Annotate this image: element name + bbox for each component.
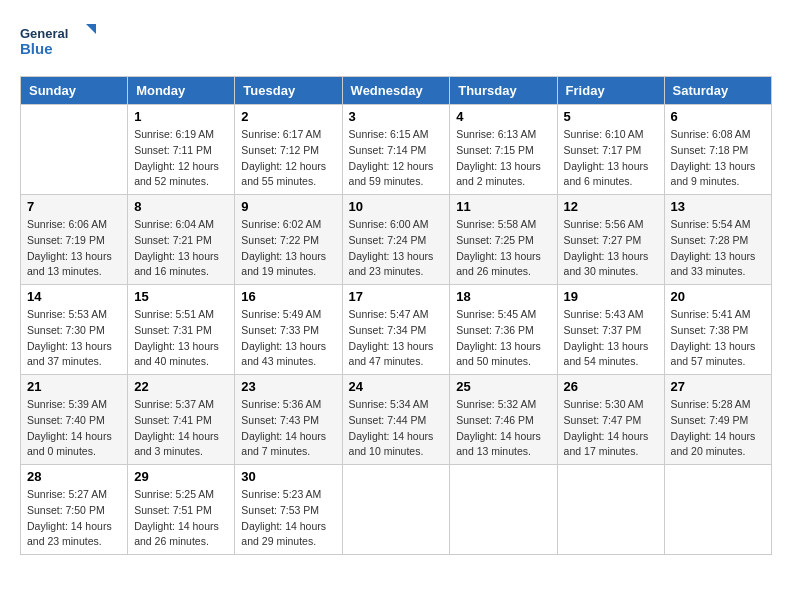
day-number: 7 bbox=[27, 199, 121, 214]
calendar-cell: 16Sunrise: 5:49 AM Sunset: 7:33 PM Dayli… bbox=[235, 285, 342, 375]
day-number: 27 bbox=[671, 379, 765, 394]
calendar-table: SundayMondayTuesdayWednesdayThursdayFrid… bbox=[20, 76, 772, 555]
day-number: 24 bbox=[349, 379, 444, 394]
weekday-header: Monday bbox=[128, 77, 235, 105]
day-info: Sunrise: 6:19 AM Sunset: 7:11 PM Dayligh… bbox=[134, 127, 228, 190]
calendar-cell: 1Sunrise: 6:19 AM Sunset: 7:11 PM Daylig… bbox=[128, 105, 235, 195]
day-number: 12 bbox=[564, 199, 658, 214]
day-info: Sunrise: 6:04 AM Sunset: 7:21 PM Dayligh… bbox=[134, 217, 228, 280]
day-number: 25 bbox=[456, 379, 550, 394]
day-number: 30 bbox=[241, 469, 335, 484]
day-info: Sunrise: 5:39 AM Sunset: 7:40 PM Dayligh… bbox=[27, 397, 121, 460]
calendar-cell: 18Sunrise: 5:45 AM Sunset: 7:36 PM Dayli… bbox=[450, 285, 557, 375]
calendar-cell: 15Sunrise: 5:51 AM Sunset: 7:31 PM Dayli… bbox=[128, 285, 235, 375]
day-number: 9 bbox=[241, 199, 335, 214]
day-info: Sunrise: 5:49 AM Sunset: 7:33 PM Dayligh… bbox=[241, 307, 335, 370]
calendar-cell: 11Sunrise: 5:58 AM Sunset: 7:25 PM Dayli… bbox=[450, 195, 557, 285]
day-info: Sunrise: 6:13 AM Sunset: 7:15 PM Dayligh… bbox=[456, 127, 550, 190]
day-number: 13 bbox=[671, 199, 765, 214]
day-info: Sunrise: 6:17 AM Sunset: 7:12 PM Dayligh… bbox=[241, 127, 335, 190]
svg-marker-2 bbox=[86, 24, 96, 34]
day-info: Sunrise: 5:36 AM Sunset: 7:43 PM Dayligh… bbox=[241, 397, 335, 460]
weekday-header: Friday bbox=[557, 77, 664, 105]
svg-text:General: General bbox=[20, 26, 68, 41]
day-number: 14 bbox=[27, 289, 121, 304]
page-header: General Blue bbox=[20, 20, 772, 60]
day-info: Sunrise: 5:47 AM Sunset: 7:34 PM Dayligh… bbox=[349, 307, 444, 370]
calendar-week-row: 21Sunrise: 5:39 AM Sunset: 7:40 PM Dayli… bbox=[21, 375, 772, 465]
calendar-cell: 27Sunrise: 5:28 AM Sunset: 7:49 PM Dayli… bbox=[664, 375, 771, 465]
day-info: Sunrise: 6:08 AM Sunset: 7:18 PM Dayligh… bbox=[671, 127, 765, 190]
day-number: 20 bbox=[671, 289, 765, 304]
day-info: Sunrise: 6:06 AM Sunset: 7:19 PM Dayligh… bbox=[27, 217, 121, 280]
calendar-cell: 28Sunrise: 5:27 AM Sunset: 7:50 PM Dayli… bbox=[21, 465, 128, 555]
day-info: Sunrise: 5:53 AM Sunset: 7:30 PM Dayligh… bbox=[27, 307, 121, 370]
calendar-cell: 23Sunrise: 5:36 AM Sunset: 7:43 PM Dayli… bbox=[235, 375, 342, 465]
calendar-cell: 2Sunrise: 6:17 AM Sunset: 7:12 PM Daylig… bbox=[235, 105, 342, 195]
calendar-cell: 24Sunrise: 5:34 AM Sunset: 7:44 PM Dayli… bbox=[342, 375, 450, 465]
weekday-header: Thursday bbox=[450, 77, 557, 105]
day-info: Sunrise: 5:25 AM Sunset: 7:51 PM Dayligh… bbox=[134, 487, 228, 550]
logo: General Blue bbox=[20, 20, 100, 60]
calendar-cell: 29Sunrise: 5:25 AM Sunset: 7:51 PM Dayli… bbox=[128, 465, 235, 555]
day-number: 15 bbox=[134, 289, 228, 304]
calendar-week-row: 28Sunrise: 5:27 AM Sunset: 7:50 PM Dayli… bbox=[21, 465, 772, 555]
logo-svg: General Blue bbox=[20, 20, 100, 60]
weekday-header: Wednesday bbox=[342, 77, 450, 105]
day-number: 8 bbox=[134, 199, 228, 214]
weekday-header: Sunday bbox=[21, 77, 128, 105]
day-info: Sunrise: 5:37 AM Sunset: 7:41 PM Dayligh… bbox=[134, 397, 228, 460]
calendar-header-row: SundayMondayTuesdayWednesdayThursdayFrid… bbox=[21, 77, 772, 105]
day-number: 1 bbox=[134, 109, 228, 124]
calendar-cell: 7Sunrise: 6:06 AM Sunset: 7:19 PM Daylig… bbox=[21, 195, 128, 285]
calendar-cell: 5Sunrise: 6:10 AM Sunset: 7:17 PM Daylig… bbox=[557, 105, 664, 195]
day-info: Sunrise: 6:02 AM Sunset: 7:22 PM Dayligh… bbox=[241, 217, 335, 280]
calendar-cell: 3Sunrise: 6:15 AM Sunset: 7:14 PM Daylig… bbox=[342, 105, 450, 195]
day-info: Sunrise: 5:41 AM Sunset: 7:38 PM Dayligh… bbox=[671, 307, 765, 370]
calendar-cell: 14Sunrise: 5:53 AM Sunset: 7:30 PM Dayli… bbox=[21, 285, 128, 375]
calendar-cell bbox=[557, 465, 664, 555]
day-info: Sunrise: 5:51 AM Sunset: 7:31 PM Dayligh… bbox=[134, 307, 228, 370]
weekday-header: Tuesday bbox=[235, 77, 342, 105]
calendar-cell: 30Sunrise: 5:23 AM Sunset: 7:53 PM Dayli… bbox=[235, 465, 342, 555]
calendar-week-row: 14Sunrise: 5:53 AM Sunset: 7:30 PM Dayli… bbox=[21, 285, 772, 375]
calendar-cell: 13Sunrise: 5:54 AM Sunset: 7:28 PM Dayli… bbox=[664, 195, 771, 285]
day-number: 18 bbox=[456, 289, 550, 304]
day-info: Sunrise: 5:28 AM Sunset: 7:49 PM Dayligh… bbox=[671, 397, 765, 460]
calendar-cell: 20Sunrise: 5:41 AM Sunset: 7:38 PM Dayli… bbox=[664, 285, 771, 375]
day-number: 10 bbox=[349, 199, 444, 214]
calendar-cell: 10Sunrise: 6:00 AM Sunset: 7:24 PM Dayli… bbox=[342, 195, 450, 285]
calendar-cell: 6Sunrise: 6:08 AM Sunset: 7:18 PM Daylig… bbox=[664, 105, 771, 195]
day-number: 2 bbox=[241, 109, 335, 124]
day-info: Sunrise: 5:27 AM Sunset: 7:50 PM Dayligh… bbox=[27, 487, 121, 550]
day-number: 3 bbox=[349, 109, 444, 124]
day-number: 21 bbox=[27, 379, 121, 394]
calendar-cell: 9Sunrise: 6:02 AM Sunset: 7:22 PM Daylig… bbox=[235, 195, 342, 285]
day-number: 17 bbox=[349, 289, 444, 304]
day-number: 6 bbox=[671, 109, 765, 124]
calendar-cell: 17Sunrise: 5:47 AM Sunset: 7:34 PM Dayli… bbox=[342, 285, 450, 375]
day-number: 11 bbox=[456, 199, 550, 214]
day-info: Sunrise: 5:34 AM Sunset: 7:44 PM Dayligh… bbox=[349, 397, 444, 460]
calendar-body: 1Sunrise: 6:19 AM Sunset: 7:11 PM Daylig… bbox=[21, 105, 772, 555]
calendar-cell: 19Sunrise: 5:43 AM Sunset: 7:37 PM Dayli… bbox=[557, 285, 664, 375]
calendar-week-row: 1Sunrise: 6:19 AM Sunset: 7:11 PM Daylig… bbox=[21, 105, 772, 195]
day-number: 19 bbox=[564, 289, 658, 304]
day-number: 23 bbox=[241, 379, 335, 394]
svg-text:Blue: Blue bbox=[20, 40, 53, 57]
day-number: 28 bbox=[27, 469, 121, 484]
day-info: Sunrise: 5:58 AM Sunset: 7:25 PM Dayligh… bbox=[456, 217, 550, 280]
day-info: Sunrise: 5:30 AM Sunset: 7:47 PM Dayligh… bbox=[564, 397, 658, 460]
calendar-cell bbox=[664, 465, 771, 555]
day-number: 29 bbox=[134, 469, 228, 484]
calendar-cell: 8Sunrise: 6:04 AM Sunset: 7:21 PM Daylig… bbox=[128, 195, 235, 285]
day-info: Sunrise: 5:56 AM Sunset: 7:27 PM Dayligh… bbox=[564, 217, 658, 280]
weekday-header: Saturday bbox=[664, 77, 771, 105]
calendar-cell: 21Sunrise: 5:39 AM Sunset: 7:40 PM Dayli… bbox=[21, 375, 128, 465]
calendar-cell: 26Sunrise: 5:30 AM Sunset: 7:47 PM Dayli… bbox=[557, 375, 664, 465]
calendar-cell: 22Sunrise: 5:37 AM Sunset: 7:41 PM Dayli… bbox=[128, 375, 235, 465]
day-info: Sunrise: 5:32 AM Sunset: 7:46 PM Dayligh… bbox=[456, 397, 550, 460]
day-info: Sunrise: 5:23 AM Sunset: 7:53 PM Dayligh… bbox=[241, 487, 335, 550]
calendar-cell bbox=[450, 465, 557, 555]
day-info: Sunrise: 5:45 AM Sunset: 7:36 PM Dayligh… bbox=[456, 307, 550, 370]
